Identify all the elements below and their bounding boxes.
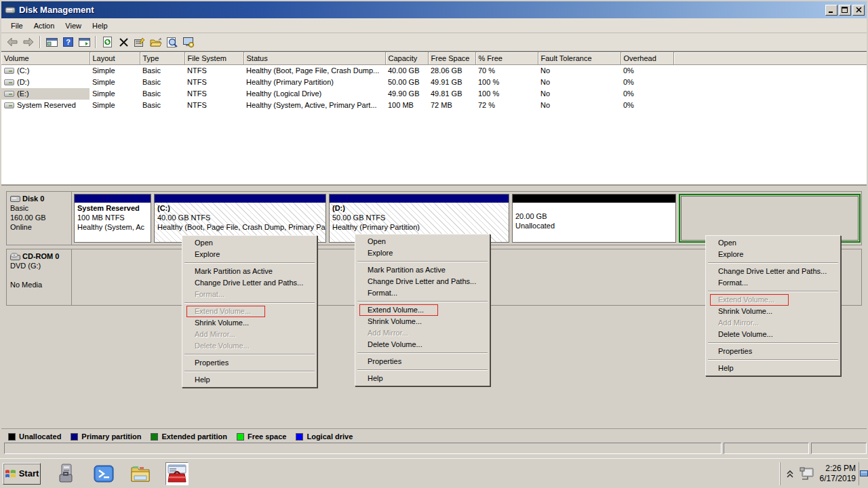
open-icon[interactable] [148,35,164,49]
disk0-info-panel[interactable]: Disk 0 Basic 160.00 GB Online [7,192,72,245]
menu-item-mark-partition-as-active[interactable]: Mark Partition as Active [183,266,316,277]
network-status-icon[interactable] [800,467,814,481]
menu-item-properties[interactable]: Properties [183,357,316,369]
start-button[interactable]: Start [3,463,41,485]
legend-item: Free space [237,432,286,441]
quick-launch [56,462,189,485]
column-header[interactable]: Capacity [385,52,428,64]
menu-item-properties[interactable]: Properties [356,356,489,367]
title-bar[interactable]: Disk Management [1,1,867,18]
menu-item-shrink-volume[interactable]: Shrink Volume... [707,306,840,317]
menu-item-help[interactable]: Help [183,374,316,386]
minimize-button[interactable] [825,5,837,16]
menu-item-delete-volume[interactable]: Delete Volume... [356,339,489,350]
column-header[interactable]: Type [140,52,184,64]
menu-item-open[interactable]: Open [356,236,489,247]
menu-item-properties[interactable]: Properties [707,346,840,357]
taskbar-clock[interactable]: 2:26 PM 6/17/2019 [820,464,856,484]
menu-item-delete-volume[interactable]: Delete Volume... [707,329,840,340]
menu-item-shrink-volume[interactable]: Shrink Volume... [183,317,316,329]
menu-item-add-mirror: Add Mirror... [707,317,840,329]
column-header[interactable]: % Free [475,52,538,64]
close-button[interactable] [852,5,865,16]
volume-cell: Healthy (Boot, Page File, Crash Dump... [243,64,385,77]
volume-cell [673,77,867,88]
menu-item-extend-volume[interactable]: Extend Volume... [356,304,489,316]
volume-cell: NTFS [184,64,243,77]
volume-cell: No [538,88,620,100]
column-header[interactable] [673,52,867,64]
menu-item-format[interactable]: Format... [356,287,489,299]
toolbar-separator [39,36,41,48]
menu-item-change-drive-letter-and-paths[interactable]: Change Drive Letter and Paths... [356,276,489,287]
volume-name-cell[interactable]: System Reserved [1,100,90,111]
column-header[interactable]: Overhead [620,52,673,64]
partition-system reserved[interactable]: System Reserved100 MB NTFSHealthy (Syste… [74,194,151,243]
show-desktop-button[interactable] [859,462,868,485]
menu-item-explore[interactable]: Explore [356,247,489,259]
menu-item-format[interactable]: Format... [707,277,840,289]
partition-type-band [75,195,151,203]
volume-row[interactable]: System ReservedSimpleBasicNTFSHealthy (S… [1,100,867,111]
delete-icon[interactable] [115,35,132,49]
tray-chevron-icon[interactable] [786,469,794,479]
column-header[interactable]: Free Space [428,52,475,64]
volume-cell: Basic [140,77,184,88]
menu-item-explore[interactable]: Explore [707,249,840,260]
refresh-icon[interactable] [99,35,115,49]
menu-item-change-drive-letter-and-paths[interactable]: Change Drive Letter and Paths... [707,266,840,277]
disk-icon [10,195,20,202]
volume-name-cell[interactable]: (D:) [1,77,90,88]
menu-item-add-mirror: Add Mirror... [183,329,316,340]
column-header[interactable]: File System [184,52,243,64]
volume-cell: 72 MB [428,100,475,111]
file-explorer-icon[interactable] [129,462,152,485]
volume-name-cell[interactable]: (C:) [1,65,90,77]
status-panel [4,443,722,454]
forward-icon[interactable] [20,35,37,49]
show-action-pane-icon[interactable] [76,35,92,49]
maximize-button[interactable] [839,5,851,16]
menu-item-change-drive-letter-and-paths[interactable]: Change Drive Letter and Paths... [183,277,316,289]
volume-row[interactable]: (E:)SimpleBasicNTFSHealthy (Logical Driv… [1,88,867,100]
menu-separator [357,352,488,354]
menu-view[interactable]: View [60,20,87,32]
column-header[interactable]: Status [243,52,385,64]
show-console-tree-icon[interactable] [43,35,60,49]
volume-cell: 0% [620,77,673,88]
menu-item-mark-partition-as-active[interactable]: Mark Partition as Active [356,264,489,276]
app-icon [5,5,16,16]
manage-icon[interactable] [180,35,197,49]
column-header[interactable]: Layout [90,52,140,64]
menu-action[interactable]: Action [28,20,60,32]
powershell-icon[interactable] [92,462,115,485]
volume-name-cell[interactable]: (E:) [1,88,90,100]
cdrom-name: CD-ROM 0 [22,251,59,261]
partition-type-band [155,195,326,203]
menu-item-shrink-volume[interactable]: Shrink Volume... [356,316,489,327]
volume-row[interactable]: (C:)SimpleBasicNTFSHealthy (Boot, Page F… [1,64,867,77]
help-icon[interactable]: ? [60,35,76,49]
menu-item-explore[interactable]: Explore [183,249,316,260]
status-panel [811,443,867,454]
menu-file[interactable]: File [5,20,28,32]
cdrom-info-panel[interactable]: CD-ROM 0 DVD (G:) No Media [7,249,72,305]
menu-item-open[interactable]: Open [707,237,840,249]
svg-text:?: ? [66,38,71,46]
partition-unallocated[interactable]: 20.00 GBUnallocated [512,194,676,243]
menu-item-help[interactable]: Help [707,363,840,374]
menu-help[interactable]: Help [87,20,113,32]
volume-cell: NTFS [184,77,243,88]
properties-icon[interactable] [132,35,148,49]
column-header[interactable]: Volume [1,52,90,64]
menu-item-help[interactable]: Help [356,373,489,384]
find-icon[interactable] [164,35,180,49]
server-manager-icon[interactable] [56,462,79,485]
menu-item-open[interactable]: Open [183,237,316,249]
disk-management-toolbox-icon[interactable] [165,462,189,485]
column-header[interactable]: Fault Tolerance [538,52,620,64]
volume-list[interactable]: VolumeLayoutTypeFile SystemStatusCapacit… [1,52,867,186]
volume-row[interactable]: (D:)SimpleBasicNTFSHealthy (Primary Part… [1,77,867,88]
volume-cell: No [538,77,620,88]
back-icon[interactable] [4,35,20,49]
